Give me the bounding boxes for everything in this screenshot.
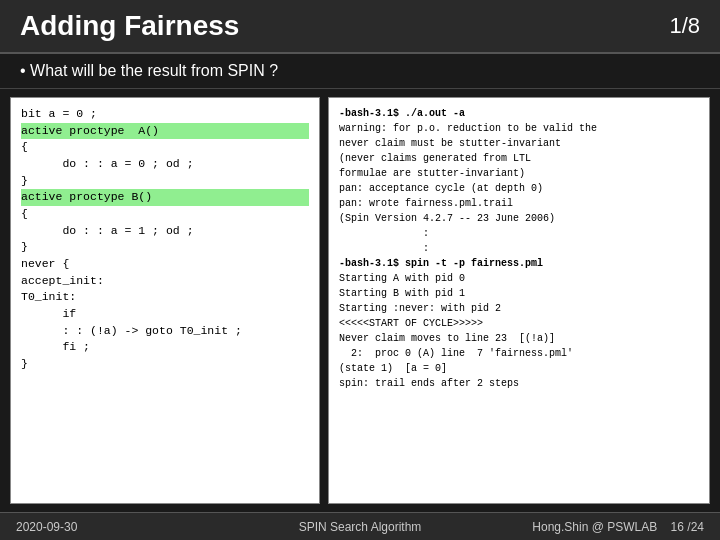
terminal-line: never claim must be stutter-invariant [339, 136, 699, 151]
footer-center-text: SPIN Search Algorithm [245, 520, 474, 534]
footer-right-text: Hong.Shin @ PSWLAB 16 /24 [475, 520, 704, 534]
code-line: } [21, 173, 309, 190]
code-panel: bit a = 0 ;active proctype A(){ do : : a… [10, 97, 320, 504]
terminal-line: <<<<<START OF CYCLE>>>>> [339, 316, 699, 331]
footer-page: 16 [671, 520, 684, 534]
terminal-line: (Spin Version 4.2.7 -- 23 June 2006) [339, 211, 699, 226]
terminal-line: pan: wrote fairness.pml.trail [339, 196, 699, 211]
code-line: : : (!a) -> goto T0_init ; [21, 323, 309, 340]
terminal-line: Starting A with pid 0 [339, 271, 699, 286]
footer-date: 2020-09-30 [16, 520, 245, 534]
terminal-line: (never claims generated from LTL [339, 151, 699, 166]
code-line: { [21, 139, 309, 156]
terminal-line: : [339, 226, 699, 241]
terminal-line: : [339, 241, 699, 256]
code-line: active proctype A() [21, 123, 309, 140]
code-line: if [21, 306, 309, 323]
code-line: bit a = 0 ; [21, 106, 309, 123]
code-line: } [21, 356, 309, 373]
terminal-line: Starting B with pid 1 [339, 286, 699, 301]
code-line: { [21, 206, 309, 223]
terminal-line: -bash-3.1$ spin -t -p fairness.pml [339, 256, 699, 271]
terminal-line: formulae are stutter-invariant) [339, 166, 699, 181]
bullet-point: • [20, 62, 30, 79]
terminal-line: 2: proc 0 (A) line 7 'fairness.pml' [339, 346, 699, 361]
subtitle-text: What will be the result from SPIN ? [30, 62, 278, 79]
terminal-panel: -bash-3.1$ ./a.out -awarning: for p.o. r… [328, 97, 710, 504]
code-line: do : : a = 0 ; od ; [21, 156, 309, 173]
code-line: } [21, 239, 309, 256]
code-line: T0_init: [21, 289, 309, 306]
terminal-line: Never claim moves to line 23 [(!a)] [339, 331, 699, 346]
slide-footer: 2020-09-30 SPIN Search Algorithm Hong.Sh… [0, 512, 720, 540]
terminal-line: spin: trail ends after 2 steps [339, 376, 699, 391]
terminal-line: pan: acceptance cycle (at depth 0) [339, 181, 699, 196]
content-area: bit a = 0 ;active proctype A(){ do : : a… [0, 89, 720, 512]
terminal-line: warning: for p.o. reduction to be valid … [339, 121, 699, 136]
slide: Adding Fairness 1/8 • What will be the r… [0, 0, 720, 540]
terminal-line: Starting :never: with pid 2 [339, 301, 699, 316]
code-line: never { [21, 256, 309, 273]
slide-header: Adding Fairness 1/8 [0, 0, 720, 54]
code-line: fi ; [21, 339, 309, 356]
terminal-line: -bash-3.1$ ./a.out -a [339, 106, 699, 121]
code-line: active proctype B() [21, 189, 309, 206]
footer-author: Hong.Shin @ PSWLAB [532, 520, 657, 534]
footer-total: /24 [687, 520, 704, 534]
code-line: accept_init: [21, 273, 309, 290]
slide-subtitle: • What will be the result from SPIN ? [0, 54, 720, 89]
slide-number: 1/8 [669, 13, 700, 39]
terminal-line: (state 1) [a = 0] [339, 361, 699, 376]
slide-title: Adding Fairness [20, 10, 239, 42]
code-line: do : : a = 1 ; od ; [21, 223, 309, 240]
